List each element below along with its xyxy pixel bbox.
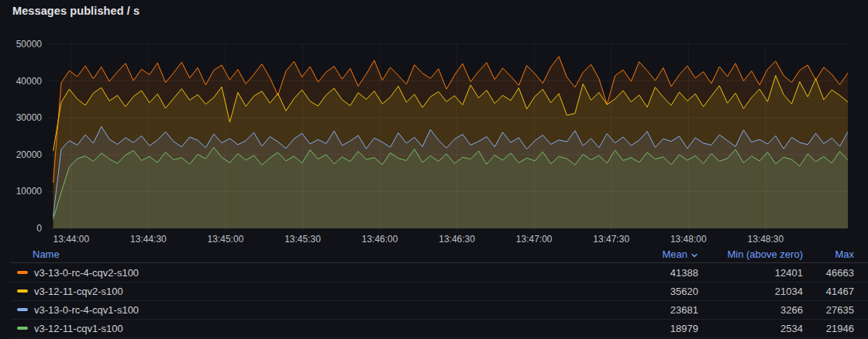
min-value: 12401 [698, 267, 803, 279]
column-header-name[interactable]: Name [17, 248, 605, 260]
svg-text:13:47:00: 13:47:00 [516, 234, 553, 245]
min-value: 21034 [698, 286, 803, 297]
svg-text:40000: 40000 [16, 76, 43, 87]
legend-row: v3-12-11-cqv2-s100 35620 21034 41467 [0, 282, 868, 300]
svg-text:0: 0 [36, 223, 42, 234]
max-value: 46663 [803, 267, 854, 279]
column-header-mean-label: Mean [662, 248, 687, 260]
max-value: 21946 [803, 323, 854, 334]
x-axis-labels: 13:44:0013:44:3013:45:0013:45:3013:46:00… [53, 234, 784, 245]
svg-text:13:46:30: 13:46:30 [439, 234, 475, 245]
mean-value: 23681 [605, 304, 698, 316]
min-value: 3266 [698, 304, 803, 316]
legend-row: v3-13-0-rc-4-cqv2-s100 41388 12401 46663 [0, 263, 868, 282]
svg-text:50000: 50000 [16, 39, 43, 50]
legend-row: v3-12-11-cqv1-s100 18979 2534 21946 [0, 319, 868, 337]
series-color-swatch [17, 327, 28, 330]
series-color-swatch [17, 271, 28, 274]
mean-value: 41388 [605, 267, 698, 279]
panel-title[interactable]: Messages published / s [12, 5, 140, 17]
max-value: 27635 [803, 304, 854, 316]
series-name[interactable]: v3-12-11-cqv2-s100 [34, 286, 123, 297]
svg-text:20000: 20000 [16, 149, 43, 160]
svg-text:13:48:00: 13:48:00 [670, 234, 707, 245]
y-axis-labels: 01000020000300004000050000 [16, 39, 43, 234]
series-area-v3-12-11-cqv1-s100 [53, 148, 848, 229]
timeseries-panel: Messages published / s 01000020000300004… [0, 0, 868, 339]
svg-text:13:46:00: 13:46:00 [362, 234, 398, 245]
series-name[interactable]: v3-13-0-rc-4-cqv1-s100 [34, 304, 139, 316]
svg-text:30000: 30000 [16, 112, 43, 123]
svg-text:13:47:30: 13:47:30 [593, 234, 629, 245]
column-header-max[interactable]: Max [803, 248, 854, 260]
svg-text:13:44:30: 13:44:30 [130, 234, 167, 245]
min-value: 2534 [698, 323, 803, 334]
column-header-mean[interactable]: Mean [605, 248, 698, 260]
series-color-swatch [17, 289, 28, 293]
svg-text:13:44:00: 13:44:00 [53, 234, 90, 245]
timeseries-svg[interactable]: 0100002000030000400005000013:44:0013:44:… [0, 35, 868, 246]
series-name[interactable]: v3-12-11-cqv1-s100 [34, 323, 123, 334]
svg-text:13:45:00: 13:45:00 [208, 234, 244, 245]
svg-text:13:45:30: 13:45:30 [284, 234, 321, 245]
series-name[interactable]: v3-13-0-rc-4-cqv2-s100 [34, 267, 139, 279]
mean-value: 18979 [605, 323, 698, 334]
series-color-swatch [17, 308, 28, 311]
svg-text:13:48:30: 13:48:30 [747, 234, 784, 245]
legend-table-header: Name Mean Min (above zero) Max [0, 245, 868, 263]
column-header-min[interactable]: Min (above zero) [698, 248, 803, 260]
legend-row: v3-13-0-rc-4-cqv1-s100 23681 3266 27635 [0, 300, 868, 319]
column-header-name-label: Name [33, 248, 60, 260]
legend-table: Name Mean Min (above zero) Max v3-13-0-r… [0, 245, 868, 338]
svg-text:10000: 10000 [16, 186, 43, 197]
table-divider [11, 337, 868, 338]
mean-value: 35620 [605, 286, 698, 297]
chart-canvas[interactable]: 0100002000030000400005000013:44:0013:44:… [0, 35, 868, 246]
sort-descending-icon [691, 252, 698, 259]
max-value: 41467 [803, 286, 854, 297]
